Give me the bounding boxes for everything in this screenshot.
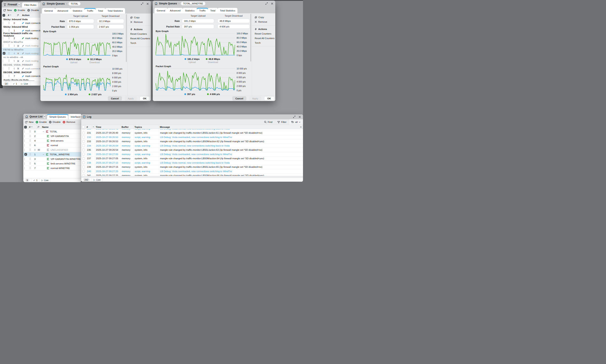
new-button[interactable]: New	[3, 9, 12, 12]
queue-row[interactable]: 3VIP-GARANTITA-WINDTRE	[23, 157, 81, 161]
drag-handle-icon[interactable]	[28, 144, 32, 147]
queue-windtre-titlebar[interactable]: Simple Queues › TOTAL_WINDTRE	[153, 1, 275, 6]
row-checkbox[interactable]	[24, 157, 25, 160]
drag-handle-icon[interactable]	[28, 157, 32, 160]
log-row[interactable]: 240 2025-10-27 09:27:25memoryscript, war…	[81, 169, 303, 174]
apply-button[interactable]: Apply	[125, 96, 137, 101]
firewall-titlebar[interactable]: Firewall Filter Rules NAT	[2, 2, 41, 8]
remove-menu-item[interactable]: Remove	[252, 20, 275, 24]
row-checkbox[interactable]	[82, 153, 85, 156]
firewall-kind-dropdown[interactable]	[18, 3, 20, 6]
packet-rate-upload-input[interactable]: 1 954 p/s	[67, 25, 94, 29]
reset-counters-item[interactable]: Reset Counters	[252, 31, 275, 36]
queue-name-field[interactable]: TOTAL	[69, 2, 81, 6]
select-all-checkbox[interactable]: −	[24, 126, 27, 129]
disable-button[interactable]: Disable	[27, 9, 39, 12]
row-checkbox[interactable]	[82, 161, 85, 164]
torch-item[interactable]: Torch	[128, 41, 151, 45]
firewall-horizontal-scrollbar[interactable]	[3, 80, 35, 81]
firewall-rule-row[interactable]: 3Xmark routing	[2, 44, 41, 48]
tab-statistics[interactable]: Statistics	[183, 8, 197, 13]
firewall-live-toggle[interactable]: ▷Live	[19, 82, 30, 86]
queue-windtre-scrollbar[interactable]	[250, 14, 251, 62]
packet-rate-download-input[interactable]: 4 606 p/s	[218, 24, 250, 29]
row-checkbox[interactable]	[3, 75, 3, 78]
row-checkbox[interactable]	[24, 130, 25, 133]
firewall-rule-row[interactable]: 2mark routing	[2, 36, 41, 40]
firewall-rule-row[interactable]: 0mark connectio	[2, 21, 41, 25]
log-row[interactable]: 237 2025-10-27 09:27:05memorysystem, inf…	[81, 156, 303, 161]
log-titlebar[interactable]: Log	[81, 114, 303, 119]
row-checkbox[interactable]	[24, 139, 25, 142]
packet-rate-download-input[interactable]: 2 837 p/s	[97, 25, 124, 29]
log-row[interactable]: 235 2025-10-27 09:26:54memorysystem, inf…	[81, 148, 303, 152]
row-checkbox[interactable]	[24, 148, 25, 151]
actions-menu-header[interactable]: Actions	[252, 27, 275, 31]
filter-button[interactable]: Filter	[275, 119, 289, 125]
queue-total-scrollbar[interactable]	[126, 14, 127, 62]
log-row[interactable]: 231 2025-10-27 09:26:49memorysystem, inf…	[81, 131, 303, 135]
queue-row[interactable]: 8XIUNCLASSIFIED	[23, 148, 81, 152]
cancel-button[interactable]: Cancel	[108, 96, 122, 101]
queue-row[interactable]: 5limit-servers-WINDTRE	[23, 161, 81, 166]
new-button[interactable]: New	[25, 121, 33, 123]
rate-download-input[interactable]: 48.8 Mbps	[218, 19, 250, 23]
copy-menu-item[interactable]: Copy	[128, 15, 151, 20]
reset-counters-item[interactable]: Reset Counters	[128, 32, 151, 36]
close-window-icon[interactable]	[271, 2, 273, 5]
ok-button[interactable]: OK	[140, 96, 150, 101]
row-checkbox[interactable]	[3, 29, 3, 32]
row-checkbox[interactable]	[82, 166, 85, 168]
row-checkbox[interactable]	[3, 37, 3, 40]
select-all-checkbox[interactable]: −	[2, 14, 5, 17]
log-column-header[interactable]: # ^ Time Buffer Topics Message ≡	[81, 125, 303, 129]
row-checkbox[interactable]: ✓	[3, 52, 5, 55]
tab-traffic[interactable]: Traffic	[84, 8, 96, 13]
drag-handle-icon[interactable]	[28, 153, 32, 156]
column-menu-icon[interactable]: ≡	[300, 126, 302, 129]
tab-total-statistics[interactable]: Total Statistics	[105, 8, 125, 13]
row-checkbox[interactable]	[3, 59, 3, 62]
row-checkbox[interactable]	[3, 44, 3, 47]
close-window-icon[interactable]	[147, 3, 149, 5]
drag-handle-icon[interactable]	[28, 130, 32, 133]
queue-row[interactable]: 2VIP-GARANTITA	[23, 134, 81, 138]
log-row[interactable]: 238 2025-10-27 09:27:15memoryscript, war…	[81, 161, 303, 165]
rate-upload-input[interactable]: 181.2 kbps	[182, 19, 214, 23]
drag-handle-icon[interactable]	[7, 52, 11, 55]
row-checkbox[interactable]	[3, 22, 3, 25]
queue-list-dropdown[interactable]	[44, 115, 45, 118]
drag-handle-icon[interactable]	[28, 162, 32, 165]
firewall-rule-row[interactable]: ✓4Xmark routing	[2, 52, 41, 55]
log-row[interactable]: 233 2025-10-27 09:26:53memorysystem, inf…	[81, 140, 303, 144]
ok-button[interactable]: OK	[264, 96, 274, 101]
drag-handle-icon[interactable]	[7, 37, 11, 40]
remove-button[interactable]: Remove	[63, 121, 75, 123]
row-checkbox[interactable]	[82, 170, 85, 172]
select-all-checkbox[interactable]	[82, 126, 85, 128]
tab-total[interactable]: Total	[96, 8, 105, 13]
torch-item[interactable]: Torch	[252, 40, 275, 45]
log-scope-dropdown[interactable]: all	[289, 119, 303, 125]
tab-statistics[interactable]: Statistics	[70, 8, 84, 13]
tab-general[interactable]: General	[154, 8, 167, 13]
cancel-button[interactable]: Cancel	[232, 96, 246, 101]
row-checkbox[interactable]	[24, 144, 25, 147]
queue-total-titlebar[interactable]: Simple Queues › TOTAL	[40, 1, 151, 7]
collapse-icon[interactable]: −	[43, 153, 45, 156]
log-row[interactable]: 232 2025-10-27 09:26:53memoryscript, war…	[81, 135, 303, 140]
queue-name-field[interactable]: TOTAL_WINDTRE	[181, 2, 206, 5]
queue-list-live-toggle[interactable]: ▷Live	[40, 178, 51, 182]
enable-button[interactable]: Enable	[14, 9, 25, 12]
row-checkbox[interactable]	[24, 162, 25, 165]
tab-general[interactable]: General	[42, 8, 55, 13]
tab-advanced[interactable]: Advanced	[55, 8, 70, 13]
row-checkbox[interactable]	[82, 129, 85, 130]
drag-handle-icon[interactable]	[7, 22, 11, 25]
restore-window-icon[interactable]	[265, 2, 268, 5]
tab-interface-queues[interactable]: Interface Queues	[69, 114, 81, 119]
breadcrumb[interactable]: Simple Queues	[159, 2, 177, 5]
row-checkbox[interactable]	[82, 157, 85, 160]
reset-all-counters-item[interactable]: Reset All Counters	[128, 36, 151, 41]
reset-all-counters-item[interactable]: Reset All Counters	[252, 36, 275, 40]
